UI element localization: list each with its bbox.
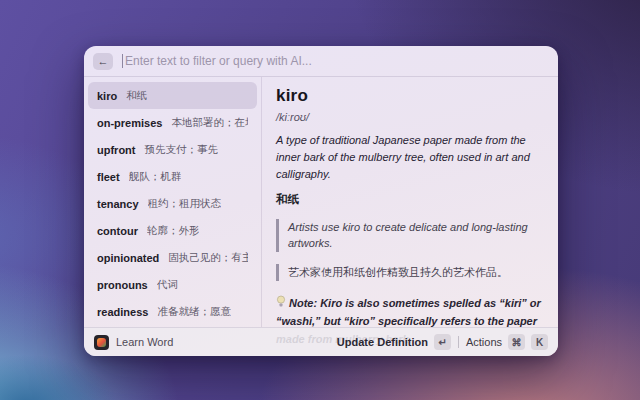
word-label: opinionated <box>97 252 159 264</box>
word-translation: 本地部署的；在场所内的 <box>171 116 248 130</box>
k-key-icon: K <box>531 334 548 350</box>
back-arrow-icon: ← <box>98 55 109 67</box>
word-label: fleet <box>97 171 120 183</box>
word-translation: 租约；租用状态 <box>148 197 222 211</box>
action-bar: Learn Word Update Definition ↵ Actions ⌘… <box>84 327 558 356</box>
word-list-item-upfront[interactable]: upfront 预先支付；事先 <box>88 136 257 163</box>
app-name-label: Learn Word <box>116 336 173 348</box>
word-label: tenancy <box>97 198 139 210</box>
footer-divider <box>458 336 459 348</box>
word-list: kiro 和纸 on-premises 本地部署的；在场所内的 upfront … <box>84 77 262 327</box>
word-label: readiness <box>97 306 148 318</box>
word-translation: 预先支付；事先 <box>144 143 218 157</box>
word-list-item-pronouns[interactable]: pronouns 代词 <box>88 271 257 298</box>
definition-panel: kiro /kiːroʊ/ A type of traditional Japa… <box>262 77 558 327</box>
main-area: kiro 和纸 on-premises 本地部署的；在场所内的 upfront … <box>84 77 558 327</box>
word-title: kiro <box>276 86 544 106</box>
word-list-item-readiness[interactable]: readiness 准备就绪；愿意 <box>88 298 257 325</box>
example-sentence-en: Artists use kiro to create delicate and … <box>276 219 544 252</box>
back-button[interactable]: ← <box>93 53 113 70</box>
command-key-icon: ⌘ <box>508 334 525 350</box>
word-list-item-tenancy[interactable]: tenancy 租约；租用状态 <box>88 190 257 217</box>
example-sentence-zh: 艺术家使用和纸创作精致且持久的艺术作品。 <box>276 264 544 281</box>
word-label: on-premises <box>97 117 162 129</box>
word-list-item-on-premises[interactable]: on-premises 本地部署的；在场所内的 <box>88 109 257 136</box>
update-definition-button[interactable]: Update Definition ↵ <box>337 334 451 350</box>
learn-word-app-icon <box>94 335 109 350</box>
word-translation: 固执己见的；有主见的 <box>168 251 248 265</box>
word-list-item-opinionated[interactable]: opinionated 固执己见的；有主见的 <box>88 244 257 271</box>
search-input[interactable]: Enter text to filter or query with AI... <box>125 54 312 68</box>
text-cursor <box>122 54 123 68</box>
actions-label: Actions <box>466 336 502 348</box>
word-translation: 准备就绪；愿意 <box>157 305 231 319</box>
translation-text: 和纸 <box>276 192 544 207</box>
word-list-item-fleet[interactable]: fleet 舰队；机群 <box>88 163 257 190</box>
learn-word-window: ← Enter text to filter or query with AI.… <box>84 46 558 356</box>
pronunciation: /kiːroʊ/ <box>276 111 544 123</box>
word-translation: 舰队；机群 <box>129 170 182 184</box>
word-label: contour <box>97 225 138 237</box>
footer-actions: Update Definition ↵ Actions ⌘ K <box>337 334 548 350</box>
word-translation: 和纸 <box>126 89 147 103</box>
search-bar: ← Enter text to filter or query with AI.… <box>84 46 558 77</box>
word-label: upfront <box>97 144 135 156</box>
actions-button[interactable]: Actions ⌘ K <box>466 334 548 350</box>
definition-text: A type of traditional Japanese paper mad… <box>276 132 544 183</box>
lightbulb-icon <box>276 295 286 308</box>
update-definition-label: Update Definition <box>337 336 428 348</box>
word-translation: 轮廓；外形 <box>147 224 200 238</box>
return-key-icon: ↵ <box>434 334 451 350</box>
word-label: pronouns <box>97 279 148 291</box>
word-label: kiro <box>97 90 117 102</box>
word-translation: 代词 <box>157 278 178 292</box>
word-list-item-kiro[interactable]: kiro 和纸 <box>88 82 257 109</box>
word-list-item-contour[interactable]: contour 轮廓；外形 <box>88 217 257 244</box>
